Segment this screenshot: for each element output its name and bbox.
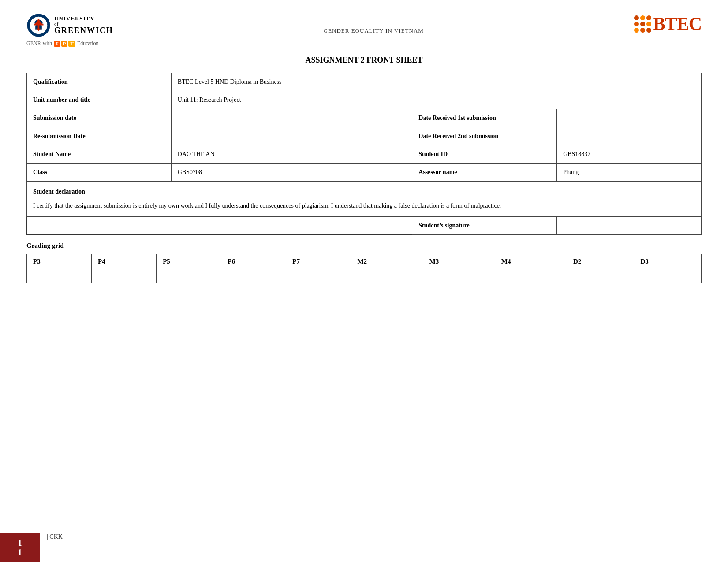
btec-logo: BTEC bbox=[634, 13, 702, 34]
greenwich-logo-area: UNIVERSITY of GREENWICH bbox=[26, 13, 113, 37]
footer-ckk-text: | CKK bbox=[40, 533, 63, 562]
btec-dot-6 bbox=[646, 22, 651, 26]
greenwich-label: GREENWICH bbox=[54, 26, 113, 35]
unit-value: Unit 11: Research Project bbox=[171, 91, 701, 109]
fpt-badge: F P T bbox=[54, 41, 75, 47]
btec-dot-3 bbox=[646, 15, 651, 20]
assessor-name-label: Assessor name bbox=[412, 164, 557, 182]
grade-col-p4: P4 bbox=[92, 254, 157, 269]
qualification-row: Qualification BTEC Level 5 HND Diploma i… bbox=[27, 73, 702, 91]
footer-page-bar: 1 1 bbox=[0, 533, 40, 562]
university-label: UNIVERSITY bbox=[54, 15, 113, 22]
header-center-title: GENDER EQUALITY IN VIETNAM bbox=[324, 27, 424, 34]
btec-dot-2 bbox=[640, 15, 645, 20]
btec-dot-4 bbox=[634, 22, 639, 26]
front-sheet-table: Qualification BTEC Level 5 HND Diploma i… bbox=[26, 73, 702, 235]
btec-dot-9 bbox=[646, 28, 651, 33]
student-name-label: Student Name bbox=[27, 145, 172, 164]
student-id-label: Student ID bbox=[412, 145, 557, 164]
student-name-row: Student Name DAO THE AN Student ID GBS18… bbox=[27, 145, 702, 164]
qualification-value: BTEC Level 5 HND Diploma in Business bbox=[171, 73, 701, 91]
qualification-label: Qualification bbox=[27, 73, 172, 91]
btec-text-label: BTEC bbox=[653, 13, 702, 34]
grade-val-d2 bbox=[567, 269, 634, 283]
page: UNIVERSITY of GREENWICH GENR with F P T … bbox=[0, 0, 728, 562]
grade-val-m2 bbox=[351, 269, 423, 283]
grade-val-p4 bbox=[92, 269, 157, 283]
grade-val-m4 bbox=[495, 269, 567, 283]
date-received-1st-label: Date Received 1st submission bbox=[412, 109, 557, 127]
submission-date-label: Submission date bbox=[27, 109, 172, 127]
genr-line: GENR with F P T Education bbox=[26, 40, 98, 47]
grade-val-p6 bbox=[221, 269, 286, 283]
grading-table: P3P4P5P6P7M2M3M4D2D3 bbox=[26, 254, 702, 283]
assignment-title: ASSIGNMENT 2 FRONT SHEET bbox=[26, 56, 702, 65]
btec-dots-icon bbox=[634, 15, 651, 33]
grade-col-m4: M4 bbox=[495, 254, 567, 269]
signature-empty-left bbox=[27, 216, 412, 234]
unit-label: Unit number and title bbox=[27, 91, 172, 109]
signature-label: Student’s signature bbox=[412, 216, 557, 234]
date-received-2nd-value bbox=[557, 127, 702, 145]
declaration-label: Student declaration bbox=[33, 187, 695, 197]
grade-col-p6: P6 bbox=[221, 254, 286, 269]
footer-line: 1 1 | CKK bbox=[0, 533, 728, 562]
btec-dot-5 bbox=[640, 22, 645, 26]
submission-date-row: Submission date Date Received 1st submis… bbox=[27, 109, 702, 127]
grade-col-d2: D2 bbox=[567, 254, 634, 269]
declaration-cell: Student declaration I certify that the a… bbox=[27, 182, 702, 217]
btec-dot-7 bbox=[634, 28, 639, 33]
greenwich-crest-icon bbox=[26, 13, 51, 37]
fpt-p-icon: P bbox=[61, 41, 68, 47]
date-received-1st-value bbox=[557, 109, 702, 127]
greenwich-text: UNIVERSITY of GREENWICH bbox=[54, 15, 113, 35]
header-left: UNIVERSITY of GREENWICH GENR with F P T … bbox=[26, 13, 113, 47]
resubmission-date-value bbox=[171, 127, 412, 145]
grade-col-m2: M2 bbox=[351, 254, 423, 269]
genr-education: Education bbox=[77, 40, 99, 47]
footer-page-number-bottom: 1 bbox=[18, 548, 22, 557]
grade-col-p7: P7 bbox=[286, 254, 351, 269]
submission-date-value bbox=[171, 109, 412, 127]
signature-row: Student’s signature bbox=[27, 216, 702, 234]
grading-title: Grading grid bbox=[26, 242, 702, 249]
grading-values-row bbox=[27, 269, 702, 283]
footer-page-number-top: 1 bbox=[18, 539, 22, 548]
resubmission-row: Re-submission Date Date Received 2nd sub… bbox=[27, 127, 702, 145]
genr-prefix: GENR bbox=[26, 40, 41, 47]
grade-val-p7 bbox=[286, 269, 351, 283]
student-name-value: DAO THE AN bbox=[171, 145, 412, 164]
grading-header-row: P3P4P5P6P7M2M3M4D2D3 bbox=[27, 254, 702, 269]
assessor-name-value: Phang bbox=[557, 164, 702, 182]
btec-dot-1 bbox=[634, 15, 639, 20]
grade-col-p5: P5 bbox=[157, 254, 221, 269]
grade-val-p5 bbox=[157, 269, 221, 283]
grade-col-d3: D3 bbox=[634, 254, 702, 269]
grade-col-p3: P3 bbox=[27, 254, 92, 269]
declaration-text: I certify that the assignment submission… bbox=[33, 201, 695, 211]
header: UNIVERSITY of GREENWICH GENR with F P T … bbox=[26, 13, 702, 47]
grade-val-d3 bbox=[634, 269, 702, 283]
resubmission-date-label: Re-submission Date bbox=[27, 127, 172, 145]
grade-col-m3: M3 bbox=[423, 254, 495, 269]
signature-value bbox=[557, 216, 702, 234]
genr-with: with bbox=[43, 40, 52, 47]
btec-dot-8 bbox=[640, 28, 645, 33]
class-row: Class GBS0708 Assessor name Phang bbox=[27, 164, 702, 182]
unit-row: Unit number and title Unit 11: Research … bbox=[27, 91, 702, 109]
footer: 1 1 | CKK bbox=[0, 533, 728, 562]
declaration-row: Student declaration I certify that the a… bbox=[27, 182, 702, 217]
header-center: GENDER EQUALITY IN VIETNAM bbox=[113, 13, 634, 34]
grade-val-p3 bbox=[27, 269, 92, 283]
fpt-t-icon: T bbox=[68, 41, 75, 47]
date-received-2nd-label: Date Received 2nd submission bbox=[412, 127, 557, 145]
svg-rect-7 bbox=[34, 24, 44, 26]
student-id-value: GBS18837 bbox=[557, 145, 702, 164]
fpt-f-icon: F bbox=[54, 41, 60, 47]
class-label: Class bbox=[27, 164, 172, 182]
grade-val-m3 bbox=[423, 269, 495, 283]
class-value: GBS0708 bbox=[171, 164, 412, 182]
